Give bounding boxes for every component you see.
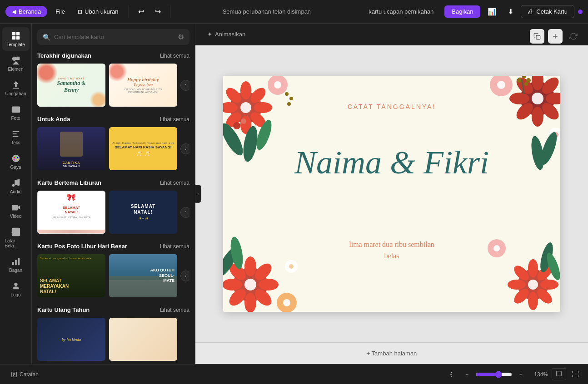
see-all-terakhir[interactable]: Lihat semua (160, 53, 189, 59)
see-all-liburan[interactable]: Lihat semua (160, 180, 189, 186)
sidebar-item-audio[interactable]: Audio (2, 174, 30, 198)
pages-indicator[interactable] (444, 369, 458, 379)
undo-button[interactable]: ↩ (135, 5, 148, 19)
sidebar-label-latar: Latar Bela... (5, 238, 27, 248)
template-thumb-ultah-2[interactable] (109, 318, 177, 361)
svg-point-96 (493, 245, 500, 251)
see-all-untuk-anda[interactable]: Lihat semua (160, 116, 189, 123)
next-terakhir-button[interactable]: › (180, 80, 189, 91)
svg-rect-23 (12, 262, 14, 265)
section-header-liburan: Kartu Bertema Liburan Lihat semua (37, 179, 189, 186)
filter-icon[interactable]: ⚙ (178, 33, 184, 41)
animate-label: Animasikan (215, 31, 245, 38)
sidebar-label-template: Template (6, 42, 25, 47)
next-untuk-anda-button[interactable]: › (180, 143, 189, 154)
svg-point-77 (223, 279, 242, 290)
template-thumb-graduation[interactable]: CANTIKAGUNAWAN (37, 127, 105, 170)
card-content: CATAT TANGGALNYA! Naima & Fikri lima mar… (223, 76, 560, 312)
svg-point-17 (17, 159, 18, 160)
animate-button[interactable]: ✦ Animasikan (203, 29, 250, 40)
svg-rect-7 (12, 88, 19, 89)
save-status: Semua perubahan telah disimpan (176, 8, 358, 15)
section-title-pos-foto: Kartu Pos Foto Libur Hari Besar (37, 243, 127, 250)
svg-point-14 (13, 157, 15, 158)
template-thumb-soulmate[interactable]: AKU BUTUHSEOUL-MATE (109, 254, 177, 297)
download-button[interactable]: ⬇ (504, 5, 517, 19)
canvas-page[interactable]: CATAT TANGGALNYA! Naima & Fikri lima mar… (223, 76, 560, 312)
palette-icon (11, 153, 21, 163)
main-area: Template Elemen Unggahan Foto Teks Gaya … (0, 24, 588, 364)
template-grid-ultah: by lot kinda (37, 318, 189, 361)
svg-point-89 (540, 280, 558, 290)
next-pos-foto-button[interactable]: › (180, 271, 189, 281)
hide-panel-button[interactable]: ‹ (195, 185, 201, 203)
next-liburan-button[interactable]: › (180, 207, 189, 218)
upload-icon (11, 80, 21, 90)
sidebar-item-video[interactable]: Video (2, 199, 30, 222)
analytics-button[interactable]: 📊 (484, 5, 500, 19)
template-thumb-ultah-1[interactable]: by lot kinda (37, 318, 105, 361)
fullscreen-button[interactable]: ⛶ (570, 369, 581, 380)
svg-point-70 (244, 279, 256, 290)
animate-icon: ✦ (207, 31, 212, 38)
sidebar-item-latar[interactable]: Latar Bela... (2, 223, 30, 252)
template-thumb-merayakan-natal[interactable]: Selamat menyambut kamu telah ada SELAMAT… (37, 254, 105, 297)
see-all-pos-foto[interactable]: Lihat semua (160, 243, 189, 250)
add-page-button[interactable]: + Tambah halaman (359, 347, 424, 359)
sidebar-item-logo[interactable]: Logo (2, 277, 30, 301)
card-date-text[interactable]: lima maret dua ribu sembilan belas (349, 239, 434, 262)
sidebar-label-teks: Teks (11, 140, 20, 145)
share-button[interactable]: Bagikan (444, 5, 480, 18)
redo-button[interactable]: ↪ (151, 5, 164, 19)
canvas-scroll[interactable]: CATAT TANGGALNYA! Naima & Fikri lima mar… (195, 45, 588, 342)
card-save-date-text[interactable]: CATAT TANGGALNYA! (348, 103, 436, 110)
zoom-out-button[interactable]: − (462, 369, 472, 379)
resize-button[interactable]: ⊡ Ubah ukuran (73, 6, 123, 17)
search-icon: 🔍 (43, 34, 50, 41)
text-icon (11, 129, 21, 139)
search-input[interactable] (54, 34, 174, 40)
logo-icon (11, 281, 21, 291)
divider-1 (129, 5, 129, 18)
see-all-ultah[interactable]: Lihat semua (160, 307, 189, 313)
zoom-slider[interactable] (476, 371, 512, 378)
svg-rect-11 (12, 133, 16, 134)
svg-point-18 (13, 159, 15, 160)
svg-point-4 (12, 57, 16, 61)
sidebar-item-teks[interactable]: Teks (2, 125, 30, 149)
template-thumb-wedding[interactable]: SAVE THE DATE Samantha & Benny (37, 64, 105, 107)
template-thumb-natal-dark[interactable]: SELAMATNATAL! ✨ ★ ✨ (109, 191, 177, 234)
print-button[interactable]: 🖨 Cetak Kartu (521, 5, 574, 18)
sidebar-item-gaya[interactable]: Gaya (2, 150, 30, 173)
page-view-button[interactable] (552, 368, 566, 380)
svg-point-26 (14, 283, 17, 286)
sidebar-item-bagan[interactable]: Bagan (2, 253, 30, 276)
svg-point-32 (254, 102, 272, 113)
svg-rect-3 (16, 36, 19, 39)
card-main-name[interactable]: Naima & Fikri (294, 144, 489, 182)
canvas-bottom: + Tambah halaman (195, 342, 588, 364)
zoom-in-button[interactable]: + (516, 369, 526, 379)
template-thumb-natal-red[interactable]: SELAMATNATAL! JALAN RATU SYIFA, JAKARTA … (37, 191, 105, 234)
download-icon: ⬇ (508, 8, 513, 15)
resize-label: Ubah ukuran (85, 8, 118, 15)
home-button[interactable]: ◀ Beranda (5, 6, 47, 17)
svg-point-13 (12, 155, 20, 162)
sidebar-item-unggahan[interactable]: Unggahan (2, 76, 30, 100)
file-button[interactable]: File (51, 6, 70, 17)
sidebar-item-template[interactable]: Template (2, 27, 30, 51)
sidebar-item-elemen[interactable]: Elemen (2, 52, 30, 75)
svg-rect-106 (557, 371, 562, 376)
svg-point-93 (508, 280, 526, 290)
template-thumb-yellow-wedding[interactable]: Untuk Kamu Terkasih yang pernah ada SELA… (109, 127, 177, 170)
svg-rect-2 (12, 36, 15, 39)
svg-rect-1 (16, 32, 19, 35)
svg-point-73 (259, 279, 279, 290)
file-label: File (55, 8, 65, 15)
template-thumb-bday[interactable]: Happy birthday To you, hon I'M SO GLAD T… (109, 64, 177, 107)
sidebar-item-foto[interactable]: Foto (2, 101, 30, 124)
notes-button[interactable]: Catatan (7, 369, 42, 379)
svg-point-67 (524, 82, 528, 86)
sidebar-label-elemen: Elemen (8, 67, 24, 72)
print-label: Cetak Kartu (536, 8, 568, 15)
